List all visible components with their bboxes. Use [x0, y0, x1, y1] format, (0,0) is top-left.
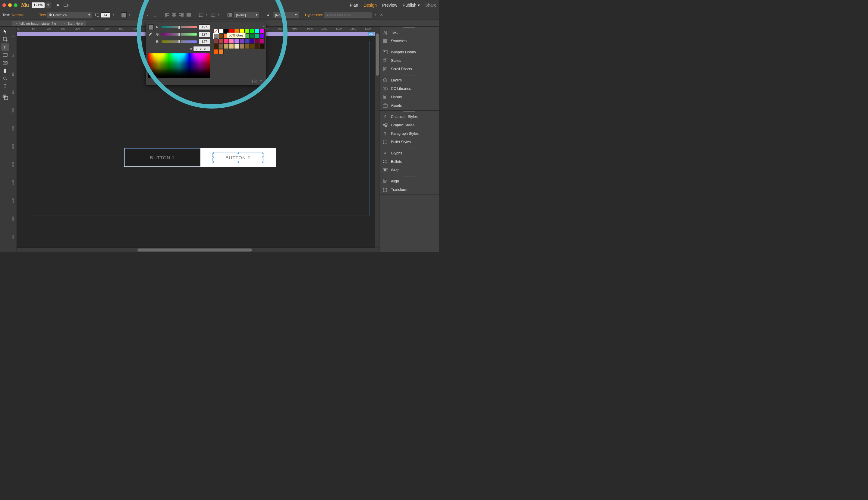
scrollbar-thumb[interactable] [376, 33, 379, 76]
eyedropper-icon[interactable] [148, 32, 153, 37]
swatch[interactable] [224, 44, 229, 49]
close-icon[interactable]: × [16, 22, 18, 25]
panel-swatches[interactable]: Swatches [380, 37, 439, 45]
swatch[interactable] [219, 44, 224, 49]
swatch-menu-icon[interactable]: ≡ [263, 24, 265, 27]
text-tool-link[interactable]: Text [39, 13, 46, 17]
b-value[interactable] [199, 39, 210, 44]
close-window-icon[interactable] [2, 3, 6, 7]
swatch[interactable] [255, 34, 259, 38]
page-width-badge[interactable]: 960 [368, 32, 374, 36]
font-size-stepper[interactable]: ▾ [112, 14, 115, 16]
swatch[interactable] [244, 39, 249, 44]
panel-scroll-effects[interactable]: Scroll Effects [380, 65, 439, 73]
swatch[interactable] [250, 34, 254, 38]
delete-swatch-icon[interactable] [258, 79, 263, 83]
swatch[interactable] [260, 44, 265, 49]
bullet-list-dropdown[interactable]: ▾ [205, 14, 209, 16]
panel-text[interactable]: A|Text [380, 29, 439, 37]
anchor-tool[interactable] [1, 83, 9, 90]
nav-design[interactable]: Design [363, 3, 377, 8]
panel-bullets[interactable]: Bullets [380, 157, 439, 166]
swatch[interactable] [260, 39, 265, 44]
vertical-scrollbar[interactable] [375, 32, 379, 248]
zoom-dropdown[interactable]: ▾ [46, 2, 51, 8]
italic-icon[interactable]: T [145, 12, 151, 18]
panel-assets[interactable]: Assets [380, 101, 439, 110]
text-color-dropdown[interactable]: ▾ [128, 14, 131, 16]
swatch[interactable] [250, 44, 254, 49]
button-1[interactable]: BUTTON 1 [125, 148, 200, 167]
panel-glyphs[interactable]: AGlyphs [380, 149, 439, 157]
numbered-list-icon[interactable]: 123 [210, 12, 216, 18]
current-color-well[interactable] [148, 24, 154, 30]
swatch[interactable] [244, 44, 249, 49]
swatch[interactable] [214, 39, 219, 44]
fill-stroke-tool[interactable] [1, 93, 9, 101]
panel-bullet-styles[interactable]: Bullet Styles [380, 138, 439, 146]
view-options-icon[interactable] [63, 2, 70, 9]
panel-paragraph-styles[interactable]: ¶Paragraph Styles [380, 129, 439, 138]
panel-library[interactable]: Library [380, 93, 439, 101]
numbered-list-dropdown[interactable]: ▾ [217, 14, 221, 16]
text-color-well[interactable] [121, 12, 127, 18]
indent-icon[interactable] [227, 12, 233, 18]
panel-graphic-styles[interactable]: Graphic Styles [380, 121, 439, 129]
swatch[interactable] [250, 39, 254, 44]
maximize-window-icon[interactable] [14, 3, 18, 7]
swatch[interactable] [219, 29, 224, 33]
rectangle-tool[interactable] [1, 51, 9, 58]
swatch[interactable] [219, 34, 224, 38]
nav-preview[interactable]: Preview [382, 3, 397, 8]
swatch[interactable] [219, 49, 224, 54]
char-style-dropdown[interactable]: [None]▾ [273, 12, 299, 18]
selection-box[interactable] [212, 152, 264, 162]
swatch[interactable] [234, 44, 239, 49]
panel-transform[interactable]: Transform [380, 185, 439, 194]
swatch[interactable] [214, 29, 219, 33]
swatch[interactable] [260, 29, 265, 33]
r-slider[interactable] [162, 26, 197, 29]
zoom-tool[interactable] [1, 75, 9, 82]
g-value[interactable] [199, 32, 210, 37]
align-left-icon[interactable] [164, 12, 170, 18]
align-right-icon[interactable] [178, 12, 184, 18]
g-slider[interactable] [162, 33, 197, 36]
swatch[interactable] [224, 39, 229, 44]
horizontal-scrollbar[interactable] [17, 248, 379, 252]
bold-icon[interactable]: T [137, 12, 143, 18]
align-justify-icon[interactable] [186, 12, 192, 18]
swatch[interactable] [260, 34, 265, 38]
hyperlinks-dropdown[interactable]: ▾ [373, 14, 377, 16]
swatch[interactable] [214, 34, 219, 38]
char-style-icon[interactable]: A [266, 12, 272, 18]
swatch[interactable] [214, 44, 219, 49]
swatch[interactable] [229, 44, 234, 49]
hex-value[interactable] [193, 46, 210, 52]
vertical-ruler[interactable]: 050100150200250300350400450500550 [10, 32, 17, 252]
text-state[interactable]: Normal [12, 13, 23, 17]
swatch[interactable] [255, 29, 259, 33]
swatch[interactable] [214, 49, 219, 54]
bullet-list-icon[interactable] [198, 12, 204, 18]
nav-plan[interactable]: Plan [350, 3, 358, 8]
color-spectrum[interactable] [148, 53, 210, 78]
ruler-origin[interactable] [10, 26, 17, 32]
selection-handle[interactable] [237, 152, 239, 154]
tab-sliding-button[interactable]: ×*sliding-button-starter-file [12, 21, 60, 26]
panel-layers[interactable]: Layers [380, 76, 439, 84]
swatch[interactable] [255, 39, 259, 44]
selection-handle[interactable] [237, 161, 239, 163]
swatch[interactable] [239, 44, 244, 49]
selection-tool[interactable] [1, 28, 9, 35]
button-2[interactable]: BUTTON 2 [200, 148, 276, 167]
crop-tool[interactable] [1, 36, 9, 43]
underline-icon[interactable]: T [152, 12, 158, 18]
selection-handle[interactable] [212, 152, 214, 154]
selection-handle[interactable] [262, 157, 264, 158]
panel-cc-libraries[interactable]: CC Libraries [380, 84, 439, 93]
tab-start-here[interactable]: ×Start Here [60, 21, 86, 26]
undo-icon[interactable] [55, 2, 61, 9]
panel-align[interactable]: Align [380, 177, 439, 185]
nav-publish[interactable]: Publish ▾ [403, 3, 420, 8]
